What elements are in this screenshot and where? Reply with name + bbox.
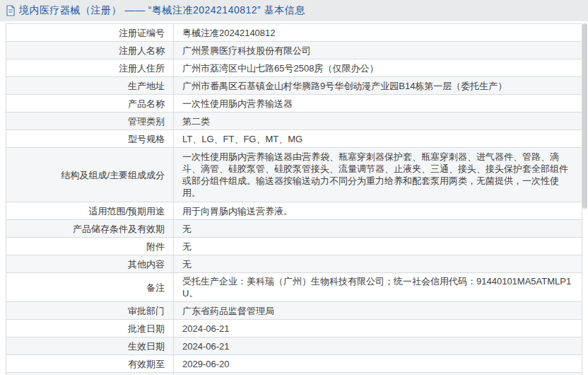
row-label: 有效期至 bbox=[6, 355, 174, 373]
row-value: 广州景腾医疗科技股份有限公司 bbox=[174, 42, 582, 59]
row-label: 产品储存条件及有效期 bbox=[6, 220, 174, 238]
row-value: 一次性使用肠内营养输送器由营养袋、瓶塞穿刺器保护套、瓶塞穿刺器、进气器件、管路、… bbox=[174, 148, 582, 202]
row-value: LT、LG、FT、FG、MT、MG bbox=[174, 130, 582, 148]
row-value: 无 bbox=[174, 255, 582, 273]
table-row: 附件 无 bbox=[6, 238, 582, 255]
table-row: 其他内容 无 bbox=[6, 255, 582, 273]
table-row: 产品名称 一次性使用肠内营养输送器 bbox=[6, 95, 582, 112]
row-value: 广东省药品监督管理局 bbox=[174, 302, 582, 320]
vertical-scrollbar[interactable] bbox=[582, 23, 587, 209]
table-row: 型号规格 LT、LG、FT、FG、MT、MG bbox=[6, 130, 582, 148]
row-value: 广州市荔湾区中山七路65号2508房（仅限办公） bbox=[174, 59, 582, 77]
row-label: 注册人住所 bbox=[6, 59, 174, 77]
row-label: 生效日期 bbox=[6, 338, 174, 355]
page-title: 境内医疗器械（注册） —— “粤械注准20242140812” 基本信息 bbox=[19, 4, 305, 17]
row-value: 受托生产企业：美科瑞（广州）生物科技有限公司；统一社会信用代码：91440101… bbox=[174, 273, 582, 302]
row-label: 注册人名称 bbox=[6, 42, 174, 59]
row-value bbox=[174, 373, 582, 375]
table-row: 生效日期 2024-06-21 bbox=[6, 338, 582, 355]
table-row: 产品储存条件及有效期 无 bbox=[6, 220, 582, 238]
table-row: 注册证编号 粤械注准20242140812 bbox=[6, 24, 582, 42]
row-value: 2024-06-21 bbox=[174, 338, 582, 355]
table-row: 注册人住所 广州市荔湾区中山七路65号2508房（仅限办公） bbox=[6, 59, 582, 77]
row-label: 注册证编号 bbox=[6, 24, 174, 42]
table-row: 管理类别 第二类 bbox=[6, 112, 582, 130]
row-label: 型号规格 bbox=[6, 130, 174, 148]
row-label: 备注 bbox=[6, 273, 174, 302]
page-header: 境内医疗器械（注册） —— “粤械注准20242140812” 基本信息 bbox=[0, 0, 588, 21]
document-icon bbox=[6, 5, 16, 16]
row-value: 第二类 bbox=[174, 112, 582, 130]
row-label: 变更情况 bbox=[6, 373, 174, 375]
row-value: 用于向胃肠内输送营养液。 bbox=[174, 202, 582, 220]
row-label: 生产地址 bbox=[6, 77, 174, 95]
row-label: 结构及组成/主要组成成分 bbox=[6, 148, 174, 202]
row-value: 一次性使用肠内营养输送器 bbox=[174, 95, 582, 112]
row-value: 粤械注准20242140812 bbox=[174, 24, 582, 42]
table-row: 有效期至 2029-06-20 bbox=[6, 355, 582, 373]
row-value: 2024-06-21 bbox=[174, 320, 582, 338]
row-label: 其他内容 bbox=[6, 255, 174, 273]
row-value: 广州市番禺区石基镇金山村华腾路9号华创动漫产业园B14栋第一层（委托生产） bbox=[174, 77, 582, 95]
row-value: 2029-06-20 bbox=[174, 355, 582, 373]
row-label: 附件 bbox=[6, 238, 174, 255]
table-row: 备注 受托生产企业：美科瑞（广州）生物科技有限公司；统一社会信用代码：91440… bbox=[6, 273, 582, 302]
row-label: 管理类别 bbox=[6, 112, 174, 130]
table-row: 结构及组成/主要组成成分 一次性使用肠内营养输送器由营养袋、瓶塞穿刺器保护套、瓶… bbox=[6, 148, 582, 202]
table-row: 审批部门 广东省药品监督管理局 bbox=[6, 302, 582, 320]
table-row: 生产地址 广州市番禺区石基镇金山村华腾路9号华创动漫产业园B14栋第一层（委托生… bbox=[6, 77, 582, 95]
table-row: 适用范围/预期用途 用于向胃肠内输送营养液。 bbox=[6, 202, 582, 220]
row-label: 批准日期 bbox=[6, 320, 174, 338]
row-label: 产品名称 bbox=[6, 95, 174, 112]
row-value: 无 bbox=[174, 238, 582, 255]
table-row: 注册人名称 广州景腾医疗科技股份有限公司 bbox=[6, 42, 582, 59]
registration-detail-page: 境内医疗器械（注册） —— “粤械注准20242140812” 基本信息 注册证… bbox=[0, 0, 588, 375]
registration-info-table: 注册证编号 粤械注准20242140812 注册人名称 广州景腾医疗科技股份有限… bbox=[6, 23, 582, 375]
table-row: 变更情况 bbox=[6, 373, 582, 375]
table-row: 批准日期 2024-06-21 bbox=[6, 320, 582, 338]
row-value: 无 bbox=[174, 220, 582, 238]
row-label: 适用范围/预期用途 bbox=[6, 202, 174, 220]
row-label: 审批部门 bbox=[6, 302, 174, 320]
